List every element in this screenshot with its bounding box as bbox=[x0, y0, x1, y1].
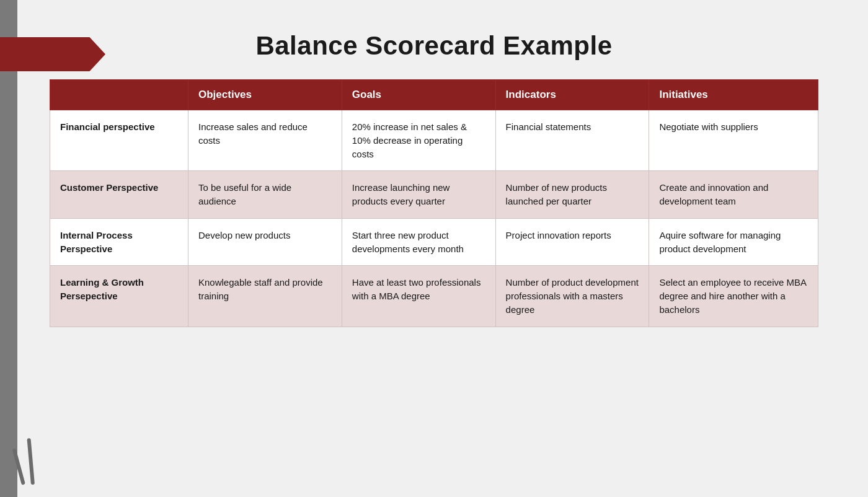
cell-goals: Have at least two professionals with a M… bbox=[342, 266, 495, 327]
col-header-indicators: Indicators bbox=[495, 80, 649, 110]
table-row: Learning & Growth PersepectiveKnowlegabl… bbox=[50, 266, 818, 327]
table-row: Financial perspectiveIncrease sales and … bbox=[50, 110, 818, 171]
cell-initiatives: Create and innovation and development te… bbox=[649, 171, 818, 219]
cell-perspective: Financial perspective bbox=[50, 110, 188, 171]
cell-perspective: Learning & Growth Persepective bbox=[50, 266, 188, 327]
arrow-shape bbox=[0, 37, 124, 71]
table-body: Financial perspectiveIncrease sales and … bbox=[50, 110, 818, 327]
cell-objectives: Knowlegable staff and provide training bbox=[188, 266, 342, 327]
cell-indicators: Number of new products launched per quar… bbox=[495, 171, 649, 219]
cell-initiatives: Aquire software for managing product dev… bbox=[649, 218, 818, 266]
slide-container: Balance Scorecard Example Objectives Goa… bbox=[0, 0, 868, 497]
cell-objectives: To be useful for a wide audience bbox=[188, 171, 342, 219]
cell-objectives: Develop new products bbox=[188, 218, 342, 266]
scorecard-table-wrapper: Objectives Goals Indicators Initiatives … bbox=[50, 79, 818, 327]
cell-indicators: Number of product development profession… bbox=[495, 266, 649, 327]
cell-initiatives: Negotiate with suppliers bbox=[649, 110, 818, 171]
page-title: Balance Scorecard Example bbox=[255, 31, 612, 61]
cell-goals: Start three new product developments eve… bbox=[342, 218, 495, 266]
table-row: Internal Process PerspectiveDevelop new … bbox=[50, 218, 818, 266]
deco-lines bbox=[19, 435, 56, 485]
cell-indicators: Financial statements bbox=[495, 110, 649, 171]
cell-goals: 20% increase in net sales & 10% decrease… bbox=[342, 110, 495, 171]
deco-line-2 bbox=[27, 438, 35, 485]
col-header-initiatives: Initiatives bbox=[649, 80, 818, 110]
col-header-goals: Goals bbox=[342, 80, 495, 110]
left-bar bbox=[0, 0, 17, 497]
col-header-perspective bbox=[50, 80, 188, 110]
table-header: Objectives Goals Indicators Initiatives bbox=[50, 80, 818, 110]
cell-goals: Increase launching new products every qu… bbox=[342, 171, 495, 219]
cell-objectives: Increase sales and reduce costs bbox=[188, 110, 342, 171]
cell-indicators: Project innovation reports bbox=[495, 218, 649, 266]
scorecard-table: Objectives Goals Indicators Initiatives … bbox=[50, 79, 818, 327]
cell-perspective: Internal Process Perspective bbox=[50, 218, 188, 266]
cell-perspective: Customer Perspective bbox=[50, 171, 188, 219]
table-row: Customer PerspectiveTo be useful for a w… bbox=[50, 171, 818, 219]
col-header-objectives: Objectives bbox=[188, 80, 342, 110]
cell-initiatives: Select an employee to receive MBA degree… bbox=[649, 266, 818, 327]
